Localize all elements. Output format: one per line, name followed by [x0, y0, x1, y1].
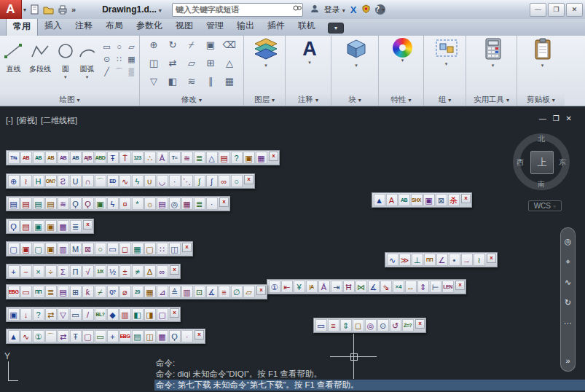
tool-icon[interactable]: ≡ — [219, 286, 230, 298]
utilities-dropdown-icon[interactable]: ▾ — [492, 63, 495, 68]
tool-icon[interactable]: ∩ — [82, 175, 94, 187]
view-cube[interactable]: 北 南 西 东 上 — [513, 133, 570, 190]
tool-icon[interactable]: ▢ — [157, 308, 168, 321]
tool-icon[interactable]: + — [8, 265, 20, 278]
tool-icon[interactable]: ▣ — [201, 39, 220, 58]
tool-icon[interactable]: ¤ — [119, 197, 131, 210]
tab-插件[interactable]: 插件 — [261, 17, 291, 36]
tool-icon[interactable]: ▤ — [8, 197, 20, 210]
tool-icon[interactable]: ∴ — [144, 152, 156, 164]
tool-icon[interactable]: * — [132, 197, 144, 210]
sign-in-label[interactable]: 登录 — [324, 4, 345, 15]
orbit-icon[interactable]: ↻ — [565, 298, 571, 307]
command-window[interactable]: 命令:命令: diqi 未知命令“DIQI”。按 F1 查看帮助。命令: 第七下… — [154, 358, 585, 391]
tool-icon[interactable]: BL? — [95, 308, 106, 321]
toolbar-close-button[interactable]: x — [461, 194, 471, 203]
tool-icon[interactable]: ▭ — [95, 330, 106, 342]
tool-icon[interactable]: Ƨ — [58, 175, 69, 187]
tool-icon[interactable]: + — [107, 330, 119, 342]
annotation-dropdown-icon[interactable]: ▾ — [308, 60, 311, 66]
toolbar-close-button[interactable]: x — [219, 197, 229, 207]
tool-icon[interactable]: ∿ — [20, 330, 32, 342]
tool-icon[interactable]: ○ — [231, 175, 243, 187]
doc-restore-button[interactable]: ❐ — [553, 114, 560, 122]
tool-icon[interactable]: ↻ — [163, 39, 182, 58]
tool-icon[interactable]: Ϙ — [8, 220, 20, 232]
tool-icon[interactable]: ≋ — [181, 152, 193, 164]
layers-panel-label[interactable]: 图层 — [244, 94, 285, 106]
tool-icon[interactable]: ≣ — [194, 197, 205, 210]
tool-icon[interactable]: ▽ — [58, 308, 69, 321]
tool-icon[interactable]: |A — [306, 281, 318, 293]
tool-icon[interactable]: ⊢ — [430, 281, 441, 293]
tool-icon[interactable]: ⇤ — [281, 281, 293, 293]
ribbon-minimize-toggle[interactable]: ▾ — [328, 23, 344, 34]
tool-icon[interactable]: ◻ — [353, 319, 364, 332]
tool-icon[interactable]: ≫ — [399, 254, 411, 266]
application-menu-button[interactable]: A — [0, 0, 22, 19]
toolbar-close-button[interactable]: x — [256, 286, 266, 295]
tool-icon[interactable]: ∡ — [368, 281, 380, 293]
tool-icon[interactable]: ΠΠ — [33, 286, 44, 298]
tool-icon[interactable]: ✕4 — [393, 281, 404, 293]
tool-icon[interactable]: Ħ — [343, 281, 355, 293]
tool-icon[interactable]: ▢ — [8, 243, 20, 255]
draw-panel-label[interactable]: 绘图 — [0, 94, 139, 106]
tool-icon[interactable]: ▥ — [58, 243, 69, 255]
tool-icon[interactable]: Ŧ — [107, 152, 119, 164]
tool-icon[interactable]: ED — [107, 175, 119, 187]
tool-icon[interactable]: ⌿ — [95, 286, 106, 298]
tool-icon[interactable]: ⌒ — [113, 66, 125, 78]
close-button[interactable]: ✕ — [566, 3, 583, 17]
tool-icon[interactable]: ▣ — [423, 194, 435, 206]
tool-icon[interactable]: ◡ — [157, 175, 168, 187]
tool-icon[interactable]: × — [33, 265, 44, 278]
tool-icon[interactable]: AB — [45, 152, 57, 164]
tab-联机[interactable]: 联机 — [291, 17, 322, 36]
tool-icon[interactable]: AB — [398, 194, 410, 206]
application-menu-arrow-icon[interactable]: ▾ — [23, 7, 26, 13]
tool-icon[interactable]: ▣ — [45, 243, 57, 255]
tool-icon[interactable]: ∠ — [436, 254, 448, 266]
compass-east-label[interactable]: 东 — [557, 157, 568, 168]
tool-icon[interactable]: ∷ — [157, 243, 168, 255]
tool-icon[interactable]: ▱ — [243, 286, 255, 298]
tool-icon[interactable]: ⇘ — [380, 281, 392, 293]
tool-icon[interactable]: ⌒ — [45, 330, 57, 342]
tool-icon[interactable]: ▱ — [182, 58, 201, 76]
tool-icon[interactable]: ▣ — [20, 243, 32, 255]
tool-icon[interactable]: ① — [33, 330, 44, 342]
tool-icon[interactable]: Π — [70, 265, 82, 278]
tool-icon[interactable]: ⇕ — [417, 281, 429, 293]
tool-icon[interactable]: ≀ — [20, 175, 32, 187]
tool-icon[interactable]: ⊙ — [377, 319, 389, 332]
visual-style-control[interactable]: [二维线框] — [41, 116, 77, 125]
tool-icon[interactable]: · — [169, 175, 181, 187]
tool-icon[interactable]: ≡ — [328, 319, 339, 332]
tool-icon[interactable]: Ϙ — [82, 197, 94, 210]
tool-icon[interactable]: 杀 — [448, 194, 460, 206]
tool-icon[interactable]: ▤ — [33, 197, 44, 210]
tool-icon[interactable]: ∞ — [219, 175, 230, 187]
toolbar-close-button[interactable]: x — [415, 319, 425, 329]
tool-icon[interactable]: ▦ — [220, 76, 239, 94]
tool-icon[interactable]: ▤ — [219, 152, 230, 164]
tool-icon[interactable]: ⇥ — [331, 281, 342, 293]
tool-icon[interactable]: → — [461, 254, 473, 266]
tool-icon[interactable]: ⇄ — [45, 308, 57, 321]
tool-icon[interactable]: ▣ — [243, 152, 255, 164]
tool-icon[interactable]: Q? — [107, 286, 119, 298]
tool-icon[interactable]: ◆ — [107, 308, 119, 321]
utilities-tools[interactable]: ▾ — [466, 36, 519, 94]
tool-icon[interactable]: ▤ — [132, 330, 144, 342]
tool-icon[interactable]: ≋ — [58, 197, 69, 210]
search-input[interactable] — [173, 5, 290, 14]
tool-icon[interactable]: ▦ — [157, 330, 168, 342]
tool-icon[interactable]: ƙ — [82, 286, 94, 298]
tool-icon[interactable]: ▤ — [58, 286, 69, 298]
viewport-menu-control[interactable]: [-] — [6, 116, 13, 125]
tool-icon[interactable]: ▱ — [125, 41, 138, 53]
circle-tool[interactable]: 圆 ▾ — [55, 38, 76, 80]
tool-icon[interactable]: 20 — [132, 286, 144, 298]
tab-视图[interactable]: 视图 — [169, 17, 200, 36]
